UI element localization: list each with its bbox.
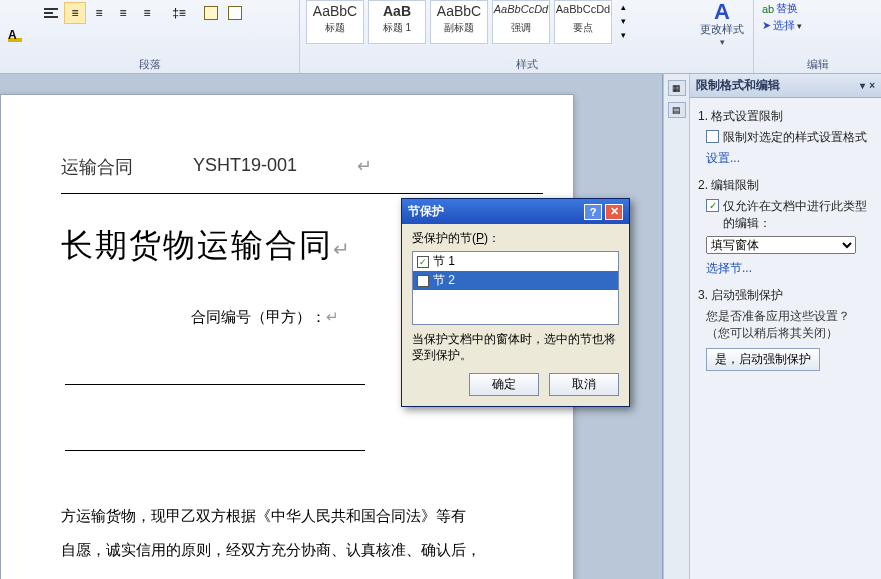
section-item-1[interactable]: ✓节 1 — [413, 252, 618, 271]
select-sections-link[interactable]: 选择节... — [706, 260, 873, 277]
select-button[interactable]: ➤选择▾ — [760, 17, 804, 34]
align-right-button[interactable]: ≡ — [88, 2, 110, 24]
ribbon: A ≡ ≡ ≡ ≡ ‡≡ 段落 AaBbC标题 AaB标题 1 AaBbC副标题… — [0, 0, 881, 74]
gutter-icon-1[interactable]: ▦ — [668, 80, 686, 96]
edit-group-label: 编辑 — [754, 57, 881, 72]
style-card-subtitle[interactable]: AaBbC副标题 — [430, 0, 488, 44]
paragraph-mark: ↵ — [333, 238, 352, 260]
cancel-button[interactable]: 取消 — [549, 373, 619, 396]
ok-button[interactable]: 确定 — [469, 373, 539, 396]
dialog-title-text: 节保护 — [408, 203, 444, 220]
ribbon-group-paragraph: A ≡ ≡ ≡ ≡ ‡≡ 段落 — [0, 0, 300, 73]
section-2-heading: 2. 编辑限制 — [698, 177, 873, 194]
header-rule — [61, 193, 543, 194]
change-styles-icon: A — [695, 2, 749, 22]
styles-scroll-up[interactable]: ▴ — [616, 0, 630, 14]
header-left-text: 运输合同 — [61, 155, 133, 179]
task-pane-gutter: ▦ ▤ — [663, 74, 689, 579]
section-3-heading: 3. 启动强制保护 — [698, 287, 873, 304]
start-enforcement-button[interactable]: 是，启动强制保护 — [706, 348, 820, 371]
settings-link[interactable]: 设置... — [706, 150, 873, 167]
task-pane-title: 限制格式和编辑 — [696, 77, 780, 94]
change-styles-button[interactable]: A 更改样式 ▾ — [695, 2, 749, 47]
section-1-checkbox[interactable]: ✓ — [417, 256, 429, 268]
header-right-text: YSHT19-001 — [193, 155, 297, 179]
align-left-button[interactable] — [40, 2, 62, 24]
dialog-help-button[interactable]: ? — [584, 204, 602, 220]
align-distribute-button[interactable]: ≡ — [136, 2, 158, 24]
allow-editing-checkbox[interactable]: ✓ — [706, 199, 719, 212]
replace-button[interactable]: ab替换 — [760, 0, 804, 17]
align-justify-button[interactable]: ≡ — [112, 2, 134, 24]
styles-scroll-down[interactable]: ▾ — [616, 14, 630, 28]
replace-icon: ab — [762, 3, 774, 15]
body-line-1: 方运输货物，现甲乙双方根据《中华人民共和国合同法》等有 — [61, 499, 543, 533]
limit-formatting-checkbox[interactable] — [706, 130, 719, 143]
borders-button[interactable] — [224, 2, 246, 24]
section-item-2[interactable]: ✓节 2 — [413, 271, 618, 290]
align-center-button[interactable]: ≡ — [64, 2, 86, 24]
gutter-icon-2[interactable]: ▤ — [668, 102, 686, 118]
restrict-formatting-pane: 限制格式和编辑 ▾× 1. 格式设置限制 限制对选定的样式设置格式 设置... … — [689, 74, 881, 579]
dialog-close-button[interactable]: ✕ — [605, 204, 623, 220]
styles-gallery-more[interactable]: ▾ — [616, 28, 630, 42]
section-protection-dialog: 节保护 ? ✕ 受保护的节(P)： ✓节 1 ✓节 2 当保护文档中的窗体时，选… — [401, 198, 630, 407]
section-3-note: 您是否准备应用这些设置？（您可以稍后将其关闭） — [706, 308, 873, 342]
dialog-note: 当保护文档中的窗体时，选中的节也将受到保护。 — [412, 331, 619, 363]
sections-listbox[interactable]: ✓节 1 ✓节 2 — [412, 251, 619, 325]
section-2-checkbox[interactable]: ✓ — [417, 275, 429, 287]
section-1-heading: 1. 格式设置限制 — [698, 108, 873, 125]
paragraph-mark: ↵ — [357, 155, 372, 179]
paragraph-mark: ↵ — [326, 308, 339, 325]
shading-button[interactable] — [200, 2, 222, 24]
style-card-point[interactable]: AaBbCcDd要点 — [554, 0, 612, 44]
limit-formatting-label: 限制对选定的样式设置格式 — [723, 129, 867, 146]
line-spacing-button[interactable]: ‡≡ — [168, 2, 190, 24]
form-underline-1 — [65, 367, 365, 385]
contract-number-label: 合同编号（甲方）： — [191, 308, 326, 325]
style-card-title[interactable]: AaBbC标题 — [306, 0, 364, 44]
task-pane-titlebar: 限制格式和编辑 ▾× — [690, 74, 881, 98]
allow-editing-label: 仅允许在文档中进行此类型的编辑： — [723, 198, 873, 232]
style-card-emphasis[interactable]: AaBbCcDd强调 — [492, 0, 550, 44]
styles-group-label: 样式 — [300, 57, 753, 72]
document-title: 长期货物运输合同 — [61, 227, 333, 263]
task-pane-close-icon[interactable]: × — [869, 80, 875, 91]
dialog-titlebar[interactable]: 节保护 ? ✕ — [402, 199, 629, 224]
editing-type-select[interactable]: 填写窗体 — [706, 236, 856, 254]
form-underline-2 — [65, 433, 365, 451]
task-pane-menu-icon[interactable]: ▾ — [860, 80, 865, 91]
body-line-2: 自愿，诚实信用的原则，经双方充分协商、认真核准、确认后， — [61, 533, 543, 567]
protected-sections-label: 受保护的节(P)： — [412, 230, 619, 247]
font-fill-button[interactable]: A — [4, 24, 26, 46]
style-card-heading1[interactable]: AaB标题 1 — [368, 0, 426, 44]
paragraph-group-label: 段落 — [0, 57, 299, 72]
task-pane-wrap: ▦ ▤ 限制格式和编辑 ▾× 1. 格式设置限制 限制对选定的样式设置格式 设置… — [663, 74, 881, 579]
ribbon-group-styles: AaBbC标题 AaB标题 1 AaBbC副标题 AaBbCcDd强调 AaBb… — [300, 0, 754, 73]
cursor-icon: ➤ — [762, 19, 771, 32]
ribbon-group-edit: ab替换 ➤选择▾ 编辑 — [754, 0, 881, 73]
